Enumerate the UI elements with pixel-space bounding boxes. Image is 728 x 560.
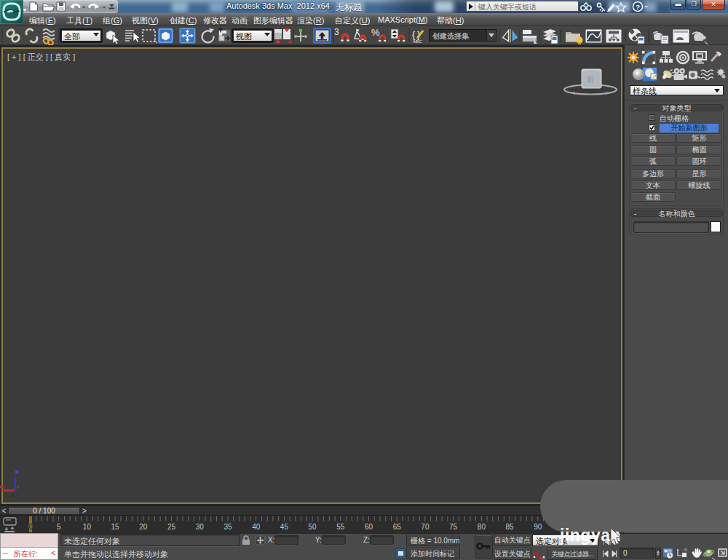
svg-text:后: 后 — [587, 76, 594, 84]
svg-text:%: % — [371, 27, 380, 38]
svg-text:55: 55 — [336, 523, 345, 531]
svg-text:y: y — [17, 483, 20, 489]
svg-text:15: 15 — [111, 523, 120, 531]
svg-text:25: 25 — [167, 523, 176, 531]
svg-text:3: 3 — [334, 27, 339, 37]
svg-text:20: 20 — [139, 523, 148, 531]
svg-text:70: 70 — [421, 523, 430, 531]
svg-text:5: 5 — [57, 523, 61, 531]
svg-text:?: ? — [636, 3, 640, 11]
svg-text:0: 0 — [29, 523, 33, 531]
svg-text:75: 75 — [449, 523, 458, 531]
svg-text:x: x — [11, 492, 14, 498]
svg-text:85: 85 — [506, 523, 515, 531]
svg-text:50: 50 — [309, 523, 317, 531]
svg-text:30: 30 — [196, 523, 205, 531]
svg-text:65: 65 — [393, 523, 402, 531]
svg-text:ABC: ABC — [413, 39, 422, 44]
svg-text:90: 90 — [534, 523, 542, 531]
svg-text:60: 60 — [365, 523, 373, 531]
svg-text:35: 35 — [223, 523, 232, 531]
svg-text:80: 80 — [478, 523, 486, 531]
svg-text:45: 45 — [280, 523, 289, 531]
svg-text:40: 40 — [252, 523, 261, 531]
svg-text:10: 10 — [83, 523, 92, 531]
